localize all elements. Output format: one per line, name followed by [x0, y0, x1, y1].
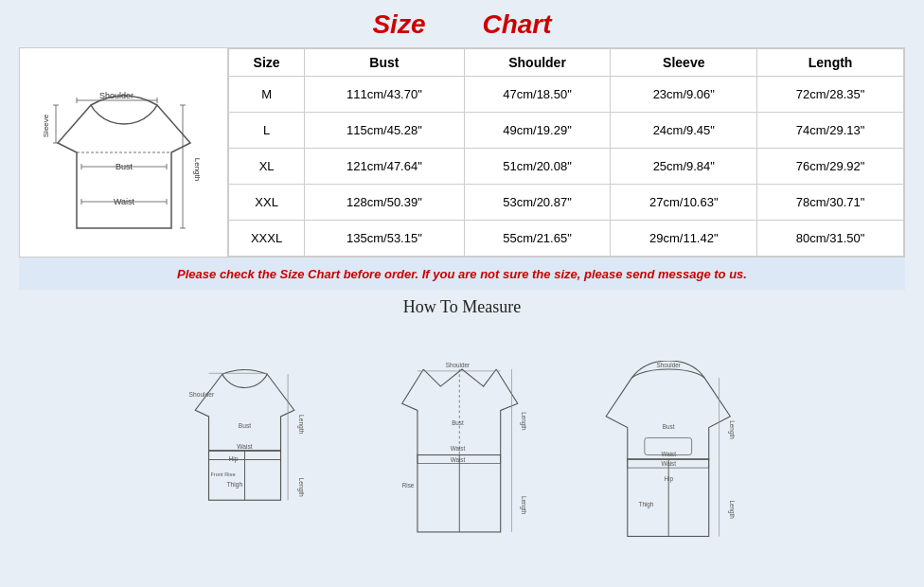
svg-text:Sleeve: Sleeve [42, 114, 50, 137]
measure-hoodie-pants: Shoulder Bust Waist Length Waist Hip Thi… [576, 323, 765, 578]
measure-hoodie-pants-svg: Shoulder Bust Waist Length Waist Hip Thi… [576, 361, 765, 541]
tshirt-diagram-box: Shoulder Sleeve Bust Waist [20, 48, 228, 257]
data-cell: 24cm/9.45" [611, 113, 757, 149]
measure-shirt-pants: Shoulder Bust Waist Length Waist Rise [367, 323, 557, 578]
measure-tshirt-svg: Shoulder Bust Waist Length Thigh Hip Fro… [159, 361, 348, 541]
data-cell: 135cm/53.15" [305, 221, 464, 257]
data-cell: 78cm/30.71" [757, 185, 904, 221]
data-cell: 80cm/31.50" [757, 221, 904, 257]
table-header-row: Size Bust Shoulder Sleeve Length [229, 49, 904, 77]
measure-tshirt: Shoulder Bust Waist Length Thigh Hip Fro… [159, 323, 348, 578]
svg-text:Bust: Bust [663, 423, 675, 430]
size-cell: L [229, 113, 305, 149]
data-cell: 51cm/20.08" [464, 149, 611, 185]
data-cell: 115cm/45.28" [305, 113, 464, 149]
title-size: Size [372, 9, 425, 40]
title-chart: Chart [482, 9, 551, 40]
header-shoulder: Shoulder [464, 49, 611, 77]
svg-text:Shoulder: Shoulder [189, 391, 215, 398]
table-row: L115cm/45.28"49cm/19.29"24cm/9.45"74cm/2… [229, 113, 904, 149]
svg-text:Length: Length [520, 495, 527, 514]
data-cell: 72cm/28.35" [757, 77, 904, 113]
measure-diagrams: Shoulder Bust Waist Length Thigh Hip Fro… [19, 323, 905, 578]
size-cell: XXL [229, 185, 305, 221]
svg-text:Hip: Hip [228, 455, 238, 463]
svg-text:Length: Length [193, 158, 202, 181]
data-cell: 27cm/10.63" [611, 185, 757, 221]
svg-text:Waist: Waist [451, 455, 466, 462]
data-cell: 55cm/21.65" [464, 221, 611, 257]
header-size: Size [229, 49, 305, 77]
size-cell: XXXL [229, 221, 305, 257]
size-cell: XL [229, 149, 305, 185]
table-row: M111cm/43.70"47cm/18.50"23cm/9.06"72cm/2… [229, 77, 904, 113]
title-row: Size Chart [19, 9, 905, 40]
svg-text:Rise: Rise [402, 481, 415, 488]
svg-text:Waist: Waist [661, 451, 676, 457]
notice-text: Please check the Size Chart before order… [177, 267, 747, 281]
header-length: Length [757, 49, 904, 77]
svg-text:Shoulder: Shoulder [446, 362, 470, 368]
data-cell: 47cm/18.50" [464, 77, 611, 113]
svg-text:Bust: Bust [452, 418, 464, 425]
header-bust: Bust [305, 49, 464, 77]
svg-text:Waist: Waist [451, 445, 466, 452]
svg-text:Shoulder: Shoulder [98, 91, 133, 100]
svg-text:Bust: Bust [239, 422, 251, 429]
page-wrapper: Size Chart Shoulder [0, 0, 924, 587]
data-cell: 29cm/11.42" [611, 221, 757, 257]
size-cell: M [229, 77, 305, 113]
data-cell: 74cm/29.13" [757, 113, 904, 149]
data-cell: 128cm/50.39" [305, 185, 464, 221]
svg-text:Length: Length [297, 477, 305, 497]
svg-text:Length: Length [728, 500, 736, 519]
data-cell: 53cm/20.87" [464, 185, 611, 221]
svg-text:Waist: Waist [237, 443, 253, 450]
measure-shirt-pants-svg: Shoulder Bust Waist Length Waist Rise [367, 361, 557, 541]
table-row: XXXL135cm/53.15"55cm/21.65"29cm/11.42"80… [229, 221, 904, 257]
table-section: Shoulder Sleeve Bust Waist [19, 47, 905, 258]
measure-title: How To Measure [403, 297, 521, 317]
svg-text:Thigh: Thigh [639, 500, 654, 507]
svg-text:Thigh: Thigh [227, 481, 243, 489]
data-cell: 111cm/43.70" [305, 77, 464, 113]
notice-bar: Please check the Size Chart before order… [19, 258, 905, 290]
data-cell: 25cm/9.84" [611, 149, 757, 185]
data-cell: 121cm/47.64" [305, 149, 464, 185]
size-table: Size Bust Shoulder Sleeve Length M111cm/… [228, 48, 904, 257]
svg-text:Hip: Hip [664, 474, 673, 482]
svg-text:Length: Length [520, 412, 527, 431]
data-cell: 76cm/29.92" [757, 149, 904, 185]
svg-text:Length: Length [728, 420, 736, 439]
tshirt-diagram-svg: Shoulder Sleeve Bust Waist [39, 58, 209, 247]
svg-text:Front Rise: Front Rise [210, 471, 235, 476]
svg-text:Shoulder: Shoulder [657, 362, 681, 368]
header-sleeve: Sleeve [611, 49, 757, 77]
data-cell: 23cm/9.06" [611, 77, 757, 113]
table-row: XL121cm/47.64"51cm/20.08"25cm/9.84"76cm/… [229, 149, 904, 185]
svg-text:Waist: Waist [661, 460, 676, 467]
data-cell: 49cm/19.29" [464, 113, 611, 149]
table-row: XXL128cm/50.39"53cm/20.87"27cm/10.63"78c… [229, 185, 904, 221]
svg-text:Length: Length [297, 415, 305, 435]
